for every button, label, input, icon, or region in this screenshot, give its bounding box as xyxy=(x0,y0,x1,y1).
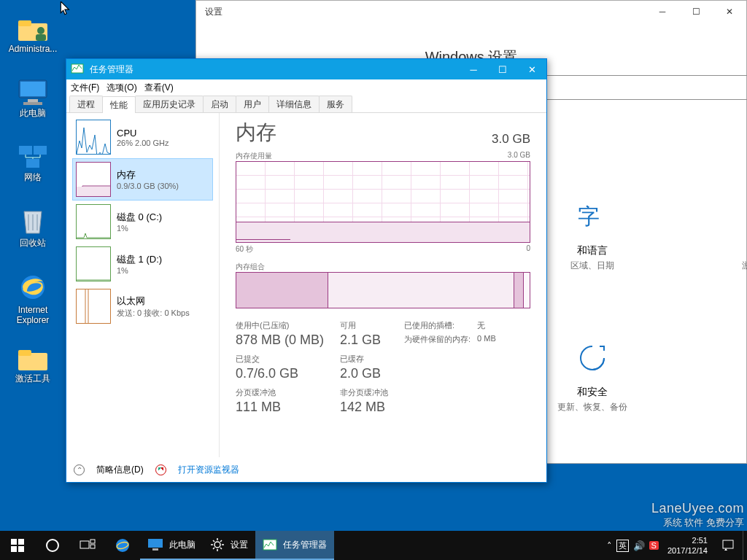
sidebar-subtitle: 发送: 0 接收: 0 Kbps xyxy=(117,308,190,319)
desktop-icon-network[interactable]: 网络 xyxy=(4,143,61,182)
svg-point-24 xyxy=(47,540,58,551)
sidebar-item-disk-c[interactable]: 磁盘 0 (C:)1% xyxy=(72,201,213,243)
sidebar-subtitle: 1% xyxy=(117,224,162,233)
memory-composition-chart xyxy=(236,272,530,308)
svg-rect-5 xyxy=(20,82,45,96)
ethernet-thumbnail-chart xyxy=(76,289,111,324)
show-desktop-button[interactable] xyxy=(743,531,747,560)
stat-label: 已使用的插槽: xyxy=(404,320,454,331)
svg-rect-14 xyxy=(18,350,31,356)
taskbar-app-label: 此电脑 xyxy=(169,539,196,551)
svg-rect-27 xyxy=(90,545,95,548)
stat-label: 分页缓冲池 xyxy=(236,387,324,398)
desktop-icon-label: 回收站 xyxy=(4,238,61,248)
sidebar-title: 以太网 xyxy=(117,295,190,308)
sidebar-title: 磁盘 0 (C:) xyxy=(117,211,162,224)
system-tray[interactable]: ˄ 英 🔊 S xyxy=(607,540,662,552)
memory-usage-chart xyxy=(236,161,530,243)
stat-label: 已提交 xyxy=(236,354,324,365)
task-manager-footer: ⌃ 简略信息(D) 打开资源监视器 xyxy=(66,457,546,482)
performance-main-memory: 内存 3.0 GB 内存使用量3.0 GB 60 秒0 内存组合 使用中(已压缩… xyxy=(220,113,546,457)
start-button[interactable] xyxy=(0,531,35,560)
taskbar-clock[interactable]: 2:51 2017/12/14 xyxy=(662,535,713,556)
tab-processes[interactable]: 进程 xyxy=(69,96,103,112)
disk-thumbnail-chart xyxy=(76,246,111,281)
sidebar-subtitle: 0.9/3.0 GB (30%) xyxy=(117,182,179,190)
svg-rect-9 xyxy=(34,146,47,155)
memory-composition-label: 内存组合 xyxy=(236,262,265,272)
cortana-button[interactable] xyxy=(35,531,70,560)
svg-rect-19 xyxy=(77,195,82,196)
task-manager-titlebar[interactable]: 任务管理器 ─ ☐ ✕ xyxy=(66,59,546,79)
desktop-icon-label: Internet Explorer xyxy=(4,305,61,325)
gear-icon xyxy=(210,537,225,552)
chevron-up-icon[interactable]: ⌃ xyxy=(74,464,85,475)
stat-value: 无 xyxy=(477,320,506,331)
svg-rect-34 xyxy=(723,540,733,548)
stat-value: 142 MB xyxy=(340,400,388,415)
desktop-icon-recycle-bin[interactable]: 回收站 xyxy=(4,207,61,248)
desktop-icon-administrator[interactable]: Administra... xyxy=(4,16,61,54)
stat-value: 2.0 GB xyxy=(340,366,388,381)
menu-options[interactable]: 选项(O) xyxy=(107,82,136,94)
brief-info-link[interactable]: 简略信息(D) xyxy=(96,464,144,476)
stat-value: 2.1 GB xyxy=(340,332,388,348)
tray-sogou-icon[interactable]: S xyxy=(649,541,659,550)
category-title: 和安全 xyxy=(538,386,647,399)
svg-text:字: 字 xyxy=(578,204,600,228)
stat-label: 为硬件保留的内存: xyxy=(404,334,471,345)
clock-time: 2:51 xyxy=(667,535,708,545)
sidebar-title: 磁盘 1 (D:) xyxy=(117,253,162,266)
open-resource-monitor-link[interactable]: 打开资源监视器 xyxy=(178,464,239,476)
settings-minimize-button[interactable]: ─ xyxy=(646,1,679,23)
tray-volume-icon[interactable]: 🔊 xyxy=(633,540,645,551)
settings-category-gaming[interactable]: 游戏 游戏栏、DVR、广播、游戏模式 xyxy=(740,196,747,282)
menu-file[interactable]: 文件(F) xyxy=(71,82,99,94)
clock-date: 2017/12/14 xyxy=(667,545,708,556)
desktop-icon-activation-tools[interactable]: 激活工具 xyxy=(4,346,61,384)
tm-maximize-button[interactable]: ☐ xyxy=(488,59,517,79)
desktop-icon-this-pc[interactable]: 此电脑 xyxy=(4,79,61,118)
memory-heading: 内存 xyxy=(236,119,276,147)
tab-details[interactable]: 详细信息 xyxy=(268,96,320,112)
sidebar-item-disk-d[interactable]: 磁盘 1 (D:)1% xyxy=(72,243,213,285)
taskbar-ie[interactable] xyxy=(105,531,140,560)
svg-rect-31 xyxy=(152,548,158,551)
svg-rect-21 xyxy=(18,539,24,545)
settings-maximize-button[interactable]: ☐ xyxy=(679,1,713,23)
tab-performance[interactable]: 性能 xyxy=(102,96,136,113)
taskbar-app-task-manager[interactable]: 任务管理器 xyxy=(255,531,334,560)
tab-app-history[interactable]: 应用历史记录 xyxy=(135,96,204,112)
settings-category-time-language[interactable]: 字 和语言 区域、日期 xyxy=(538,196,647,282)
tm-minimize-button[interactable]: ─ xyxy=(459,59,488,79)
svg-rect-26 xyxy=(90,540,95,543)
desktop-icon-ie[interactable]: Internet Explorer xyxy=(4,271,61,325)
svg-rect-3 xyxy=(36,34,46,41)
tm-close-button[interactable]: ✕ xyxy=(517,59,546,79)
menu-view[interactable]: 查看(V) xyxy=(144,82,174,94)
watermark-line1: LaneUyee.com xyxy=(651,501,744,516)
taskbar: 此电脑 设置 任务管理器 ˄ 英 🔊 S 2:51 2017/12/14 xyxy=(0,531,747,560)
action-center-button[interactable] xyxy=(713,531,743,560)
task-manager-icon xyxy=(263,538,277,551)
task-manager-window[interactable]: 任务管理器 ─ ☐ ✕ 文件(F) 选项(O) 查看(V) 进程 性能 应用历史… xyxy=(66,58,547,483)
task-manager-icon xyxy=(71,62,85,77)
taskbar-app-settings[interactable]: 设置 xyxy=(203,531,255,560)
settings-title-text: 设置 xyxy=(205,6,222,18)
task-view-button[interactable] xyxy=(70,531,105,560)
settings-search-box[interactable]: ⌕ xyxy=(542,75,747,100)
stat-label: 已缓存 xyxy=(340,354,388,365)
memory-usage-label: 内存使用量 xyxy=(236,151,272,161)
sidebar-item-cpu[interactable]: CPU26% 2.00 GHz xyxy=(72,116,213,158)
sidebar-item-memory[interactable]: 内存0.9/3.0 GB (30%) xyxy=(72,158,213,201)
sidebar-item-ethernet[interactable]: 以太网发送: 0 接收: 0 Kbps xyxy=(72,285,213,327)
svg-rect-6 xyxy=(28,99,38,102)
tray-ime-icon[interactable]: 英 xyxy=(616,540,629,552)
tab-services[interactable]: 服务 xyxy=(319,96,352,112)
tab-users[interactable]: 用户 xyxy=(236,96,269,112)
tab-startup[interactable]: 启动 xyxy=(203,96,236,112)
settings-category-update-security[interactable]: 和安全 更新、恢复、备份 xyxy=(538,338,647,413)
settings-close-button[interactable]: ✕ xyxy=(713,1,746,23)
taskbar-app-this-pc[interactable]: 此电脑 xyxy=(140,531,203,560)
tray-chevron-up-icon[interactable]: ˄ xyxy=(607,540,612,551)
